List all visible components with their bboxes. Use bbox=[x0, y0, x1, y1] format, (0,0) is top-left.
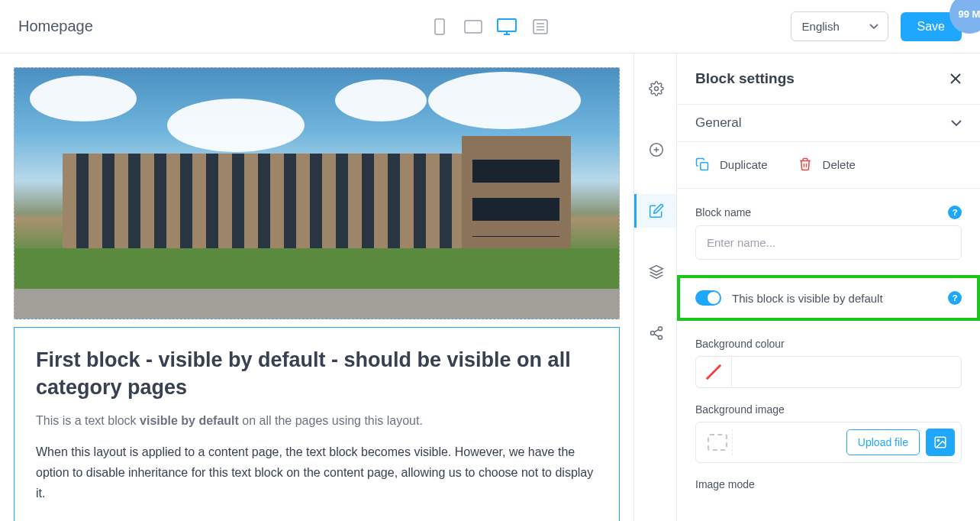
block-body: When this layout is applied to a content… bbox=[36, 442, 598, 504]
delete-button[interactable]: Delete bbox=[798, 157, 856, 171]
main-area: First block - visible by default - shoul… bbox=[0, 53, 980, 521]
image-placeholder-icon bbox=[708, 434, 727, 451]
block-name-input[interactable] bbox=[695, 225, 962, 260]
language-selected: English bbox=[802, 20, 840, 33]
text-block[interactable]: First block - visible by default - shoul… bbox=[14, 327, 620, 521]
bg-colour-label: Background colour bbox=[695, 338, 785, 350]
duplicate-icon bbox=[695, 157, 709, 171]
block-name-label-row: Block name ? bbox=[695, 205, 962, 219]
section-general[interactable]: General bbox=[677, 104, 980, 142]
settings-panel: Block settings General Duplicate bbox=[676, 53, 980, 521]
image-placeholder bbox=[702, 429, 733, 455]
slash-icon bbox=[706, 364, 721, 380]
edit-icon bbox=[649, 203, 664, 218]
image-mode-label: Image mode bbox=[695, 478, 755, 490]
delete-label: Delete bbox=[823, 158, 856, 171]
svg-rect-0 bbox=[435, 19, 444, 34]
svg-point-15 bbox=[651, 332, 655, 335]
image-library-button[interactable] bbox=[926, 429, 955, 456]
sub-suffix: on all the pages using this layout. bbox=[239, 414, 423, 427]
field-image-mode: Image mode bbox=[695, 478, 962, 490]
viewport-desktop[interactable] bbox=[496, 16, 517, 37]
block-name-label: Block name bbox=[695, 206, 751, 218]
rail-share[interactable] bbox=[634, 316, 676, 350]
share-icon bbox=[649, 325, 664, 341]
mobile-icon bbox=[434, 18, 445, 35]
duplicate-button[interactable]: Duplicate bbox=[695, 157, 768, 171]
chevron-down-icon bbox=[951, 120, 962, 127]
svg-point-9 bbox=[655, 87, 659, 91]
canvas[interactable]: First block - visible by default - shoul… bbox=[0, 53, 633, 521]
help-icon[interactable]: ? bbox=[948, 291, 962, 305]
desktop-icon bbox=[497, 18, 517, 35]
viewport-switcher bbox=[429, 16, 551, 37]
svg-rect-1 bbox=[465, 21, 482, 33]
gear-icon bbox=[649, 81, 664, 96]
colour-value[interactable] bbox=[732, 356, 962, 388]
field-bg-image: Background image Upload file bbox=[695, 403, 962, 463]
block-heading: First block - visible by default - shoul… bbox=[36, 346, 598, 402]
svg-point-23 bbox=[937, 439, 939, 441]
panel-title: Block settings bbox=[695, 70, 795, 87]
svg-point-14 bbox=[659, 327, 662, 331]
image-mode-label-row: Image mode bbox=[695, 478, 962, 490]
help-icon[interactable]: ? bbox=[948, 205, 962, 219]
rail-edit[interactable] bbox=[634, 194, 676, 228]
svg-point-16 bbox=[659, 335, 662, 339]
panel-header: Block settings bbox=[677, 53, 980, 104]
hero-image-block[interactable] bbox=[14, 67, 620, 319]
sub-prefix: This is a text block bbox=[36, 414, 140, 427]
bg-image-label-row: Background image bbox=[695, 403, 962, 416]
svg-marker-13 bbox=[650, 266, 663, 272]
svg-rect-2 bbox=[498, 19, 516, 31]
rail-layers[interactable] bbox=[634, 255, 676, 289]
duplicate-label: Duplicate bbox=[720, 158, 768, 171]
visibility-label: This block is visible by default bbox=[732, 292, 937, 305]
svg-line-18 bbox=[654, 329, 659, 332]
section-general-body: Duplicate Delete Block name ? bbox=[677, 142, 980, 512]
topbar-right: English Save bbox=[791, 11, 962, 41]
rail-add[interactable] bbox=[634, 133, 676, 167]
image-icon bbox=[933, 435, 947, 449]
field-bg-colour: Background colour bbox=[695, 338, 962, 388]
no-colour-swatch[interactable] bbox=[695, 356, 732, 388]
svg-line-17 bbox=[654, 334, 659, 336]
rail-settings[interactable] bbox=[634, 72, 676, 105]
top-bar: Homepage English Save 99 M bbox=[0, 0, 980, 53]
visibility-toggle[interactable] bbox=[695, 290, 721, 306]
side-rail bbox=[633, 53, 676, 521]
section-general-label: General bbox=[695, 115, 741, 131]
block-subtext: This is a text block visible by default … bbox=[36, 414, 598, 428]
field-block-name: Block name ? bbox=[695, 205, 962, 260]
trash-icon bbox=[798, 157, 812, 171]
plus-circle-icon bbox=[649, 142, 664, 157]
viewport-menu[interactable] bbox=[530, 16, 551, 37]
layers-icon bbox=[649, 264, 664, 280]
bg-colour-label-row: Background colour bbox=[695, 338, 962, 350]
bg-colour-input[interactable] bbox=[695, 356, 962, 388]
upload-file-button[interactable]: Upload file bbox=[846, 429, 920, 455]
tablet-icon bbox=[464, 20, 482, 34]
bg-image-input: Upload file bbox=[695, 422, 962, 463]
menu-icon bbox=[533, 19, 548, 34]
close-icon[interactable] bbox=[949, 73, 962, 85]
sub-bold: visible by default bbox=[140, 414, 239, 427]
divider bbox=[677, 188, 980, 189]
viewport-tablet[interactable] bbox=[463, 16, 484, 37]
bg-image-label: Background image bbox=[695, 403, 785, 416]
viewport-mobile[interactable] bbox=[429, 16, 450, 37]
chevron-down-icon bbox=[869, 24, 878, 30]
page-title: Homepage bbox=[18, 18, 93, 35]
language-select[interactable]: English bbox=[791, 11, 888, 41]
duplicate-delete-row: Duplicate Delete bbox=[695, 157, 962, 171]
visibility-setting-highlight: This block is visible by default ? bbox=[677, 275, 980, 321]
svg-rect-21 bbox=[701, 163, 708, 170]
